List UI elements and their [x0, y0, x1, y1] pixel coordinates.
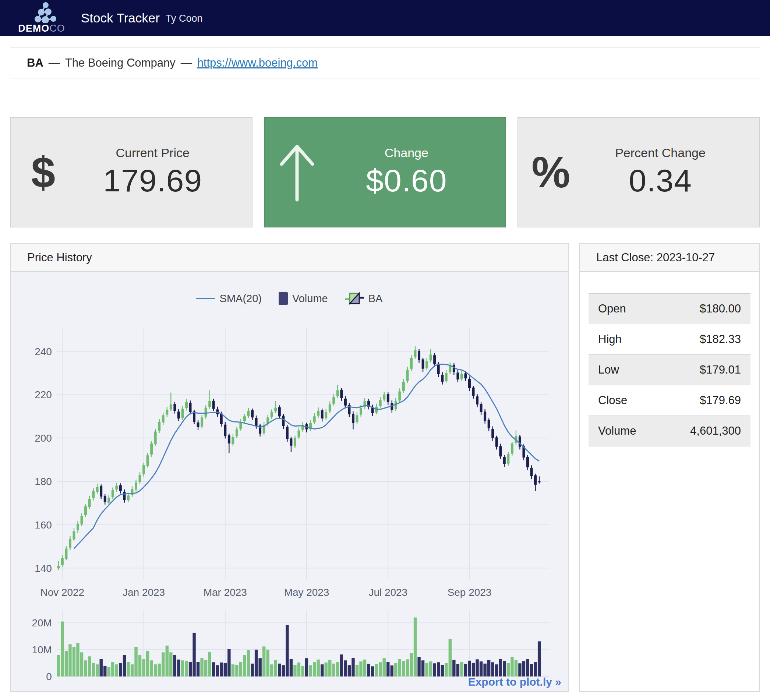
last-close-panel: Last Close: 2023-10-27 Open $180.00 High… [579, 243, 760, 692]
ohlc-table: Open $180.00 High $182.33 Low $179.01 Cl… [589, 293, 751, 446]
percent-change-value: 0.34 [629, 162, 692, 199]
company-name: The Boeing Company [65, 56, 176, 70]
arrow-up-icon [275, 136, 319, 209]
row-label: Low [589, 355, 662, 385]
row-value: $179.69 [662, 385, 751, 416]
legend-item-volume[interactable]: Volume [278, 292, 328, 305]
svg-text:10M: 10M [32, 644, 52, 655]
percent-change-label: Percent Change [615, 146, 705, 160]
change-value: $0.60 [366, 162, 447, 199]
svg-text:180: 180 [35, 476, 52, 487]
separator-dash: — [181, 56, 192, 70]
brand-wordmark: DEMOCO [18, 24, 65, 34]
svg-text:140: 140 [35, 563, 52, 574]
price-history-chart[interactable]: 140160180200220240010M20MNov 2022Jan 202… [11, 272, 568, 691]
percent-change-card: % Percent Change 0.34 [518, 117, 760, 228]
separator-dash: — [49, 56, 60, 70]
legend-item-ba[interactable]: BA [345, 291, 383, 306]
row-value: $179.01 [662, 355, 751, 385]
last-close-body: Open $180.00 High $182.33 Low $179.01 Cl… [580, 272, 759, 691]
table-row-high: High $182.33 [589, 324, 751, 355]
current-price-label: Current Price [116, 146, 189, 160]
svg-text:20M: 20M [32, 617, 52, 629]
current-price-value: 179.69 [103, 162, 202, 199]
row-label: Open [589, 294, 662, 324]
percent-icon: % [532, 147, 570, 197]
price-history-panel: Price History 140160180200220240010M20MN… [10, 243, 569, 692]
legend-sma-label: SMA(20) [220, 293, 262, 305]
ticker-symbol: BA [27, 56, 44, 70]
volume-swatch-icon [278, 292, 288, 305]
stat-cards-row: $ Current Price 179.69 Change $0.60 % Pe… [10, 117, 760, 228]
brand-logo: DEMOCO [6, 2, 76, 34]
svg-text:May 2023: May 2023 [284, 587, 329, 598]
main-panels: Price History 140160180200220240010M20MN… [10, 243, 760, 692]
brand-light: CO [49, 23, 65, 34]
svg-text:0: 0 [46, 671, 52, 682]
legend-ba-label: BA [369, 293, 383, 305]
svg-text:240: 240 [35, 346, 52, 357]
svg-text:200: 200 [35, 432, 52, 444]
molecule-logo-icon [25, 2, 58, 23]
svg-text:Jul 2023: Jul 2023 [369, 587, 408, 598]
svg-text:Nov 2022: Nov 2022 [40, 587, 85, 598]
row-label: Volume [589, 416, 662, 446]
app-title: Stock Tracker [81, 11, 160, 25]
svg-text:Jan 2023: Jan 2023 [123, 587, 165, 598]
candlestick-icon [345, 291, 364, 306]
svg-text:220: 220 [35, 389, 52, 401]
sma-line-icon [196, 298, 215, 299]
row-value: $182.33 [662, 324, 751, 355]
app-subtitle: Ty Coon [166, 13, 203, 24]
svg-text:160: 160 [35, 519, 52, 531]
dollar-icon: $ [31, 147, 56, 197]
table-row-close: Close $179.69 [589, 385, 751, 416]
row-value: $180.00 [662, 294, 751, 324]
candlestick-volume-chart[interactable]: 140160180200220240010M20MNov 2022Jan 202… [11, 272, 568, 691]
svg-text:Mar 2023: Mar 2023 [204, 587, 247, 598]
export-plotly-link[interactable]: Export to plot.ly » [468, 676, 561, 688]
change-label: Change [385, 146, 429, 160]
row-label: Close [589, 385, 662, 416]
price-history-title: Price History [11, 244, 568, 272]
legend-item-sma[interactable]: SMA(20) [196, 293, 262, 305]
last-close-title: Last Close: 2023-10-27 [580, 244, 759, 272]
svg-text:Sep 2023: Sep 2023 [448, 587, 492, 598]
row-value: 4,601,300 [662, 416, 751, 446]
table-row-volume: Volume 4,601,300 [589, 416, 751, 446]
brand-bold: DEMO [18, 23, 49, 34]
table-row-open: Open $180.00 [589, 294, 751, 324]
row-label: High [589, 324, 662, 355]
change-card: Change $0.60 [264, 117, 506, 228]
company-website-link[interactable]: https://www.boeing.com [197, 56, 318, 70]
current-price-card: $ Current Price 179.69 [10, 117, 252, 228]
table-row-low: Low $179.01 [589, 355, 751, 385]
legend-volume-label: Volume [292, 293, 328, 305]
top-navbar: DEMOCO Stock Tracker Ty Coon [0, 0, 770, 36]
company-info-bar: BA — The Boeing Company — https://www.bo… [10, 47, 760, 78]
